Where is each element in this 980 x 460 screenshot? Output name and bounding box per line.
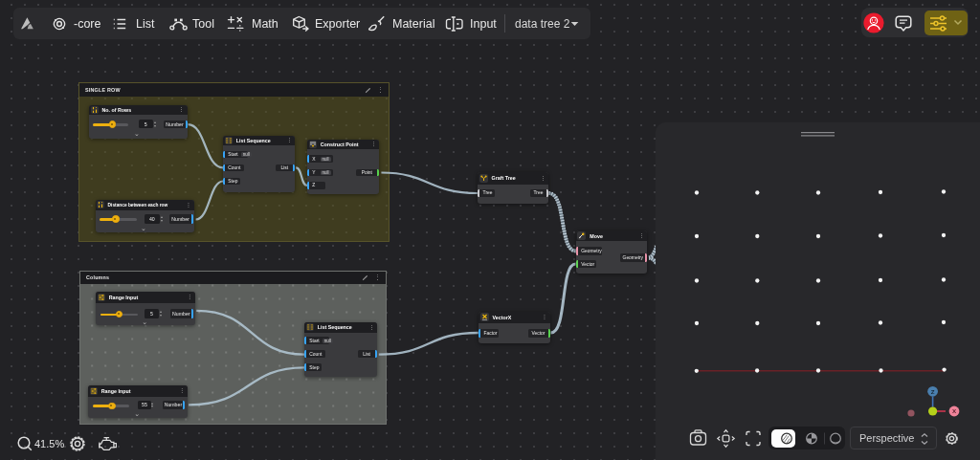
svg-text:Z: Z <box>931 388 935 395</box>
